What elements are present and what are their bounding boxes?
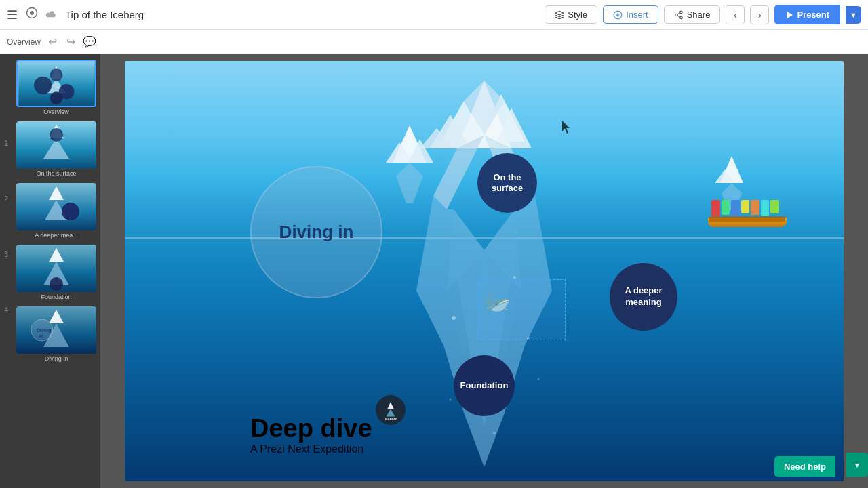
svg-line-8 [677, 15, 680, 16]
svg-point-6 [675, 14, 677, 16]
svg-point-57 [493, 432, 496, 434]
sidebar-label-4: Diving in [16, 354, 96, 364]
secondary-toolbar: Overview ↩ ↪ 💬 [0, 30, 868, 54]
container-ship [708, 200, 789, 227]
svg-point-58 [538, 378, 540, 380]
sidebar-item-3[interactable]: 2 Foundation [16, 245, 96, 302]
slide-panel: Overview 4 On the surface 3 [12, 54, 100, 488]
slide-thumb-2 [16, 183, 96, 230]
svg-text:Diving: Diving [37, 328, 51, 333]
sidebar-item-overview[interactable]: Overview [16, 60, 96, 117]
deep-dive-block: ICEBEAR Deep dive A Prezi Next Expeditio… [250, 415, 372, 455]
share-button[interactable]: Share [664, 5, 721, 24]
slide-num-4: 4 [0, 282, 12, 338]
prev-slide-arrow[interactable]: ‹ [726, 5, 745, 24]
cursor [562, 121, 573, 137]
deeper-circle[interactable]: A deepermeaning [610, 263, 677, 331]
left-iceberg [376, 122, 443, 224]
sidebar-label-3: Foundation [16, 292, 96, 302]
slide-num-1: 1 [0, 115, 12, 171]
slide-num-2: 2 [0, 171, 12, 226]
sidebar-item-2[interactable]: 3 A deeper mea... [16, 183, 96, 241]
overview-label: Overview [7, 37, 41, 47]
deep-dive-title: Deep dive [250, 415, 372, 443]
sidebar-label-2: A deeper mea... [16, 230, 96, 241]
slide-thumb-3 [16, 245, 96, 292]
whale-icon: 🐋 [484, 288, 511, 314]
deeper-text: A deepermeaning [625, 285, 662, 308]
redo-button[interactable]: ↪ [64, 35, 77, 48]
slide-thumb-overview [16, 60, 96, 107]
foundation-circle[interactable]: Foundation [454, 355, 515, 416]
style-button[interactable]: Style [545, 5, 597, 24]
present-button[interactable]: Present [774, 5, 840, 24]
svg-point-21 [50, 128, 63, 142]
svg-point-7 [679, 16, 682, 19]
presentation-title: Tip of the Iceberg [65, 9, 144, 20]
deep-dive-subtitle: A Prezi Next Expedition [250, 443, 372, 455]
main-layout: 1 2 3 4 [0, 54, 868, 488]
svg-point-17 [50, 92, 63, 104]
svg-marker-10 [787, 12, 793, 18]
svg-point-5 [679, 11, 682, 13]
surface-circle[interactable]: On thesurface [477, 153, 537, 213]
menu-icon[interactable]: ☰ [7, 7, 18, 22]
surface-text: On thesurface [492, 172, 523, 195]
slide-thumb-4: Diving in [16, 306, 96, 354]
top-bar: ☰ Tip of the Iceberg Style Insert Share … [0, 0, 868, 30]
svg-marker-62 [396, 163, 423, 203]
svg-point-15 [50, 68, 63, 81]
slide-num-3: 3 [0, 226, 12, 282]
sidebar-item-4[interactable]: 4 Diving in Diving in [16, 306, 96, 364]
need-help-button[interactable]: Need help [774, 456, 835, 477]
svg-text:in: in [39, 333, 43, 338]
svg-point-14 [34, 77, 52, 94]
foundation-text: Foundation [460, 380, 509, 392]
svg-point-56 [527, 337, 530, 340]
insert-button[interactable]: Insert [603, 5, 658, 24]
cloud-icon [45, 9, 57, 21]
svg-point-25 [62, 203, 79, 220]
svg-line-9 [677, 12, 680, 14]
diving-in-circle[interactable]: Diving in [250, 166, 382, 298]
present-dropdown-button[interactable]: ▼ [846, 6, 861, 24]
sidebar-label-1: On the surface [16, 169, 96, 179]
undo-button[interactable]: ↩ [46, 35, 59, 48]
svg-point-51 [452, 316, 456, 320]
next-slide-arrow[interactable]: › [750, 5, 769, 24]
svg-point-1 [30, 11, 34, 15]
svg-point-55 [450, 398, 452, 400]
slide-thumb-1 [16, 121, 96, 169]
iceberg-logo: ICEBEAR [376, 395, 406, 425]
sidebar-label-overview: Overview [16, 107, 96, 117]
prezi-icon [26, 7, 38, 22]
svg-text:ICEBEAR: ICEBEAR [385, 417, 397, 420]
slide-canvas: 🐋 Diving in On thesurface A deepermeanin… [125, 61, 844, 481]
canvas-area[interactable]: 🐋 Diving in On thesurface A deepermeanin… [100, 54, 868, 488]
comment-icon[interactable]: 💬 [83, 35, 96, 48]
need-help-dropdown-button[interactable]: ▼ [846, 453, 868, 477]
svg-point-29 [50, 277, 63, 291]
diving-in-text: Diving in [279, 222, 354, 243]
sidebar-item-1[interactable]: 4 On the surface [16, 121, 96, 179]
svg-point-52 [513, 276, 516, 279]
